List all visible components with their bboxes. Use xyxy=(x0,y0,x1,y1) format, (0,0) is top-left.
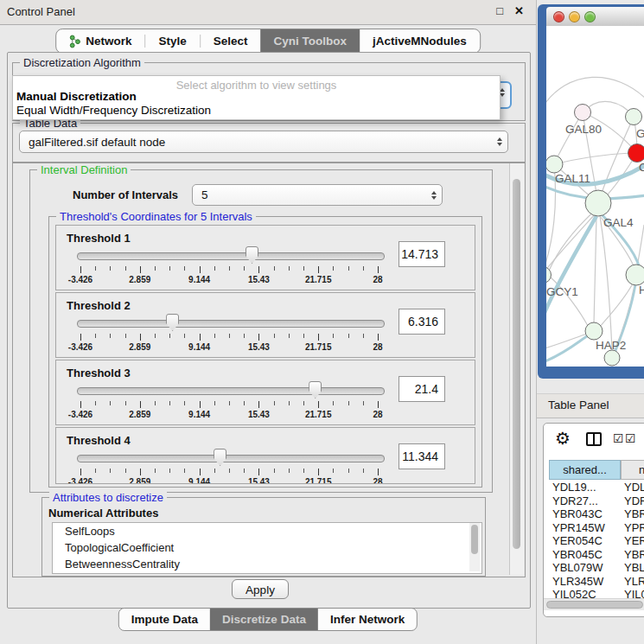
network-node-g[interactable] xyxy=(626,109,642,125)
slider-tick-label: 9.144 xyxy=(188,342,210,352)
checkbox-checked-icon[interactable]: ☑ xyxy=(613,431,624,445)
slider-tick xyxy=(80,469,81,475)
slider-thumb[interactable] xyxy=(166,314,179,331)
mac-close-light[interactable] xyxy=(553,11,564,22)
slider-track[interactable] xyxy=(77,320,385,328)
scrollbar-thumb[interactable] xyxy=(546,601,643,609)
slider-tick xyxy=(303,266,304,271)
network-node-gal4[interactable] xyxy=(585,190,611,216)
network-node-gal80[interactable] xyxy=(575,105,591,121)
settings-vertical-scrollbar[interactable] xyxy=(509,163,524,575)
slider-track[interactable] xyxy=(77,455,385,462)
cell-name: YIL0 xyxy=(624,588,644,598)
slider-tick xyxy=(318,334,319,341)
slider-tick xyxy=(155,469,156,473)
scrollbar-thumb[interactable] xyxy=(471,525,478,554)
attribute-item-selfloops[interactable]: SelfLoops xyxy=(53,523,481,539)
table-row[interactable]: YBR045CYBR0 xyxy=(544,548,644,562)
close-icon[interactable]: ✕ xyxy=(514,4,524,17)
threshold-value-field[interactable]: 21.4 xyxy=(399,376,445,402)
network-node-label-h: H xyxy=(639,284,644,296)
cell-shared-name: YLR345W xyxy=(552,575,603,588)
apply-button[interactable]: Apply xyxy=(232,579,289,599)
slider-tick xyxy=(318,401,319,408)
table-row[interactable]: YIL052CYIL0 xyxy=(544,588,644,598)
table-panel: ⚙ ☑ ☑ shared... n YDL19...YDL1YDR27...YD… xyxy=(543,423,644,617)
slider-tick xyxy=(229,401,230,405)
table-row[interactable]: YBL079WYBL0 xyxy=(544,561,644,575)
slider-tick xyxy=(333,469,334,473)
split-view-icon[interactable] xyxy=(586,432,602,446)
column-header-shared[interactable]: shared... xyxy=(549,460,621,480)
slider-track[interactable] xyxy=(77,387,385,395)
float-window-icon[interactable]: □ xyxy=(496,4,503,17)
slider-tick xyxy=(289,334,290,338)
network-node-c[interactable] xyxy=(628,144,644,163)
slider-tick xyxy=(244,334,245,338)
combo-spinner-icon xyxy=(431,191,437,200)
gear-icon[interactable]: ⚙ xyxy=(555,429,571,448)
bottom-tab-discretize-data[interactable]: Discretize Data xyxy=(210,609,318,630)
slider-tick xyxy=(125,334,126,338)
slider-tick xyxy=(378,334,379,341)
slider-tick xyxy=(214,469,215,473)
tab-cyni-toolbox[interactable]: Cyni Toolbox xyxy=(261,29,360,53)
slider-tick xyxy=(274,469,275,473)
table-row[interactable]: YDR27...YDR2 xyxy=(544,494,644,508)
slider-tick xyxy=(110,334,111,338)
table-row[interactable]: YER054CYER0 xyxy=(544,534,644,548)
slider-thumb[interactable] xyxy=(309,381,322,399)
mac-zoom-light[interactable] xyxy=(584,11,596,22)
table-row[interactable]: YDL19...YDL1 xyxy=(544,481,644,494)
tab-network[interactable]: Network xyxy=(56,29,144,53)
checkbox-checked-icon[interactable]: ☑ xyxy=(625,431,636,445)
table-data-combo[interactable]: galFiltered.sif default node xyxy=(19,131,508,153)
network-node-h[interactable] xyxy=(626,265,644,285)
slider-thumb[interactable] xyxy=(214,449,226,466)
bottom-tab-infer-network[interactable]: Infer Network xyxy=(318,609,417,630)
threshold-value-field[interactable]: 6.316 xyxy=(399,309,445,335)
slider-tick xyxy=(169,266,170,271)
slider-tick xyxy=(274,401,275,405)
mac-minimize-light[interactable] xyxy=(569,11,580,22)
network-window-titlebar[interactable] xyxy=(546,7,644,27)
slider-tick xyxy=(274,334,275,338)
tab-select[interactable]: Select xyxy=(201,29,261,53)
table-horizontal-scrollbar[interactable] xyxy=(544,598,644,610)
table-row[interactable]: YLR345WYLR3 xyxy=(544,575,644,589)
algorithm-option-equal-width-frequency-discretization[interactable]: Equal Width/Frequency Discretization xyxy=(16,104,211,117)
slider-tick xyxy=(140,334,141,341)
slider-tick xyxy=(125,469,126,473)
table-row[interactable]: YPR145WYPR1 xyxy=(544,521,644,535)
table-row[interactable]: YBR043CYBR0 xyxy=(544,507,644,521)
tab-jactivemnodules[interactable]: jActiveMNodules xyxy=(360,29,480,53)
bottom-tab-impute-data[interactable]: Impute Data xyxy=(119,609,210,630)
table-rows: YDL19...YDL1YDR27...YDR2YBR043CYBR0YPR14… xyxy=(544,481,644,598)
network-node-gal11[interactable] xyxy=(546,156,563,173)
attribute-item-betweennesscentrality[interactable]: BetweennessCentrality xyxy=(53,556,481,572)
network-canvas[interactable]: GAL80GCGAL11GAL4GCY1HHAP2 xyxy=(546,26,644,367)
network-node-partial[interactable] xyxy=(604,350,620,366)
slider-tick xyxy=(110,469,111,473)
algorithm-option-manual-discretization[interactable]: Manual Discretization xyxy=(16,90,137,103)
slider-tick xyxy=(348,401,349,405)
tab-style[interactable]: Style xyxy=(145,29,199,53)
slider-tick-label: 2.859 xyxy=(129,275,150,284)
num-intervals-combo[interactable]: 5 xyxy=(192,184,443,206)
attributes-scrollbar[interactable] xyxy=(469,523,480,571)
column-header-name[interactable]: n xyxy=(621,460,644,480)
cell-shared-name: YBR043C xyxy=(552,507,603,520)
slider-tick xyxy=(303,334,304,338)
tab-label: jActiveMNodules xyxy=(373,35,467,48)
slider-tick xyxy=(378,401,379,408)
slider-tick xyxy=(274,266,275,271)
network-node-hap2[interactable] xyxy=(585,322,603,340)
slider-thumb[interactable] xyxy=(245,246,258,264)
threshold-value-field[interactable]: 14.713 xyxy=(399,241,445,267)
scrollbar-thumb[interactable] xyxy=(513,179,520,549)
attribute-item-topologicalcoefficient[interactable]: TopologicalCoefficient xyxy=(53,539,481,556)
threshold-label: Threshold 2 xyxy=(67,299,131,312)
slider-track[interactable] xyxy=(77,252,385,260)
threshold-value-field[interactable]: 11.344 xyxy=(399,443,445,469)
network-node-gcy1[interactable] xyxy=(546,267,552,284)
